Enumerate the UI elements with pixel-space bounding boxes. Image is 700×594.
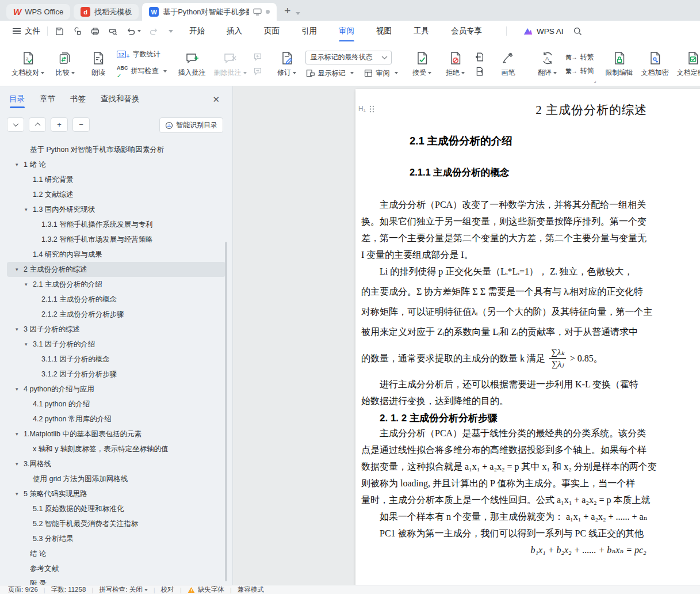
previous-change-icon[interactable]	[474, 52, 484, 62]
doc-line[interactable]: 主成分分析（PCA）改变了一种数学方法，并将其分配给一组相关	[361, 196, 700, 213]
expand-all-button[interactable]	[7, 117, 24, 132]
tab-home[interactable]: 开始	[188, 21, 206, 41]
outline-item[interactable]: ▾5.3 分析结果	[7, 531, 225, 546]
spellcheck-status[interactable]: 拼写检查: 关闭	[99, 585, 147, 594]
doc-line[interactable]: 始数据进行变换，达到降维的目的。	[361, 393, 700, 409]
tab-view[interactable]: 视图	[375, 21, 393, 41]
proofread-button[interactable]: 校对	[161, 585, 174, 594]
collapse-arrow-icon[interactable]: ▾	[25, 202, 33, 217]
doc-line[interactable]: 对称矩阵，可以证明特征值λᵢ（另一个大的阶）及其特征向量，第一个主	[361, 303, 700, 320]
finalize-button[interactable]: 文档定稿	[675, 50, 700, 79]
outline-item[interactable]: ▾附 录	[7, 576, 225, 585]
group-expand-icon[interactable]: ⌟	[594, 78, 596, 83]
collapse-all-button[interactable]	[29, 117, 46, 132]
outline-item[interactable]: ▾1.3 国内外研究现状	[7, 202, 225, 217]
tab-member[interactable]: 会员专享	[450, 21, 483, 41]
tab-insert[interactable]: 插入	[225, 21, 243, 41]
collapse-arrow-icon[interactable]: ▾	[16, 456, 24, 471]
outline-item[interactable]: ▾5.2 智能手机最受消费者关注指标	[7, 516, 225, 531]
doc-heading-3[interactable]: 2. 1. 2 主成份分析分析步骤	[361, 412, 700, 425]
word-count-status[interactable]: 字数: 11258	[51, 585, 86, 594]
outline-item[interactable]: ▾5 策略代码实现思路	[7, 486, 225, 501]
outline-item[interactable]: ▾x 轴和 y 轴刻度标签，表示特定坐标轴的值	[7, 441, 225, 456]
doc-heading-2[interactable]: 2.1 主成份分析的介绍	[361, 134, 700, 148]
compare-button[interactable]: 比较	[50, 50, 80, 79]
doc-line[interactable]: 的主要成分。Σ 协方差矩阵 Σ Σ 需要是一个具有与 λᵢ相对应的正交化特	[361, 283, 700, 300]
ink-brush-button[interactable]: 画笔	[494, 50, 523, 79]
word-count-button[interactable]: 12+ 字数统计	[117, 50, 167, 59]
quickbar-more-chevron-icon[interactable]	[169, 30, 173, 33]
doc-line[interactable]: 则被称为 loading, 并且计算出的 P 值称为主成分。事实上，当一个样	[361, 475, 700, 492]
doc-line[interactable]: 被用来定义对应于 Zᵢ的系数向量 Lᵢ和 Zᵢ的贡献率，对于从普通请求中	[361, 323, 700, 340]
doc-proof-button[interactable]: a 文档校对	[9, 50, 47, 79]
insert-comment-button[interactable]: 插入批注	[176, 50, 208, 79]
sidebar-close-icon[interactable]: ✕	[212, 94, 220, 105]
next-comment-icon[interactable]	[253, 66, 263, 77]
new-tab-button[interactable]: +	[284, 5, 290, 17]
collapse-arrow-icon[interactable]: ▾	[16, 157, 24, 172]
reject-button[interactable]: 拒绝	[441, 50, 471, 79]
export-icon[interactable]	[72, 26, 82, 36]
outline-item[interactable]: ▾4.2 python 常用库的介绍	[7, 412, 225, 427]
sidebar-tab-bookmarks[interactable]: 书签	[70, 94, 86, 109]
tab-tools[interactable]: 工具	[412, 21, 430, 41]
doc-heading-3[interactable]: 2.1.1 主成份分析的概念	[361, 166, 700, 179]
spell-check-button[interactable]: ABC✓ 拼写检查	[117, 63, 167, 79]
outline-item[interactable]: ▾4 python的介绍与应用	[7, 382, 225, 397]
doc-line[interactable]: 量时，主成分分析本质上是一个线性回归。公式 a₁x₁ + a₂x₂ = p 本质…	[361, 492, 700, 508]
simplified-to-traditional-button[interactable]: 简→ 转繁	[566, 52, 594, 62]
outline-item[interactable]: ▾2.1.2 主成份分析分析步骤	[7, 307, 225, 322]
sidebar-scrollbar[interactable]	[225, 242, 227, 581]
traditional-to-simplified-button[interactable]: 繁→ 转简	[566, 66, 594, 76]
markup-state-dropdown[interactable]: 显示标记的最终状态	[305, 51, 392, 64]
compat-mode-status[interactable]: 兼容模式	[238, 585, 264, 594]
outline-item[interactable]: ▾3.网格线	[7, 456, 225, 471]
collapse-arrow-icon[interactable]: ▾	[16, 382, 24, 397]
outline-item[interactable]: ▾3.1.1 因子分析的概念	[7, 352, 225, 367]
share-screen-icon[interactable]	[253, 8, 262, 16]
outline-item[interactable]: ▾3.1.2 因子分析分析步骤	[7, 367, 225, 382]
doc-formula[interactable]: b₁x₁ + b₂x₂ + ...... + bₙxₙ = pc₂	[361, 542, 700, 558]
outline-item[interactable]: ▾1.3.2 智能手机市场发展与经营策略	[7, 232, 225, 247]
outline-item[interactable]: ▾5.1 原始数据的处理和标准化	[7, 501, 225, 516]
tab-list-chevron-icon[interactable]	[296, 12, 300, 15]
outline-item[interactable]: ▾3 因子分析的综述	[7, 322, 225, 337]
collapse-arrow-icon[interactable]: ▾	[25, 337, 33, 352]
print-icon[interactable]	[90, 26, 100, 36]
doc-line[interactable]: I 变量的主要组成部分是 I。	[361, 246, 700, 263]
smart-toc-button[interactable]: 智能识别目录	[159, 117, 223, 133]
read-aloud-button[interactable]: 朗读	[83, 50, 113, 79]
tab-reference[interactable]: 引用	[300, 21, 318, 41]
outline-item[interactable]: ▾3.1 因子分析的介绍	[7, 337, 225, 352]
doc-line[interactable]: 主成分分析（PCA）是基于线性分类的最经典的分类系统。该分类	[361, 425, 700, 441]
doc-line[interactable]: 差，第一个主要分量是第二个变量的大方差，第二个主要分量与变量无	[361, 230, 700, 246]
review-pane-button[interactable]: 审阅	[364, 68, 398, 78]
outline-item[interactable]: ▾1.3.1 智能手机操作系统发展与专利	[7, 217, 225, 232]
collapse-arrow-icon[interactable]: ▾	[16, 427, 24, 441]
restrict-editing-button[interactable]: 限制编辑	[603, 50, 636, 79]
translate-button[interactable]: A 翻译	[533, 50, 563, 79]
outline-item[interactable]: ▾2 主成份分析的综述	[7, 262, 225, 277]
search-icon[interactable]	[573, 26, 583, 36]
outline-item[interactable]: ▾1.1 研究背景	[7, 172, 225, 187]
show-markup-button[interactable]: 显示标记	[305, 68, 354, 78]
outline-item[interactable]: ▾结 论	[7, 546, 225, 561]
outline-item[interactable]: ▾基于 Python 对智能手机市场影响因素分析	[7, 142, 225, 157]
outline-item[interactable]: ▾4.1 python 的介绍	[7, 397, 225, 412]
zoom-out-outline-button[interactable]: −	[72, 117, 90, 132]
sidebar-tab-find-replace[interactable]: 查找和替换	[101, 94, 140, 109]
undo-button[interactable]	[126, 26, 141, 36]
previous-comment-icon[interactable]	[253, 52, 263, 62]
save-icon[interactable]	[55, 26, 64, 36]
outline-item[interactable]: ▾使用 grid 方法为图添加网格线	[7, 471, 225, 486]
sidebar-tab-chapters[interactable]: 章节	[40, 94, 55, 109]
doc-line[interactable]: 数据变量，这种拟合就是 a₁x₁ + a₂x₂ = p 其中 x₁ 和 x₂ 分…	[361, 458, 700, 475]
doc-line[interactable]: PC1 被称为第一主成分，我们可以得到一系列与 PC 线正交的其他	[361, 525, 700, 542]
track-changes-button[interactable]: 修订	[272, 50, 302, 79]
page-indicator[interactable]: 页面: 9/26	[8, 585, 38, 594]
outline-item[interactable]: ▾1.2 文献综述	[7, 187, 225, 202]
redo-icon[interactable]	[149, 26, 159, 36]
outline-item[interactable]: ▾参考文献	[7, 561, 225, 576]
tab-current-document[interactable]: W 基于Python对智能手机参数对	[142, 3, 277, 21]
outline-item[interactable]: ▾2.1.1 主成份分析的概念	[7, 292, 225, 307]
